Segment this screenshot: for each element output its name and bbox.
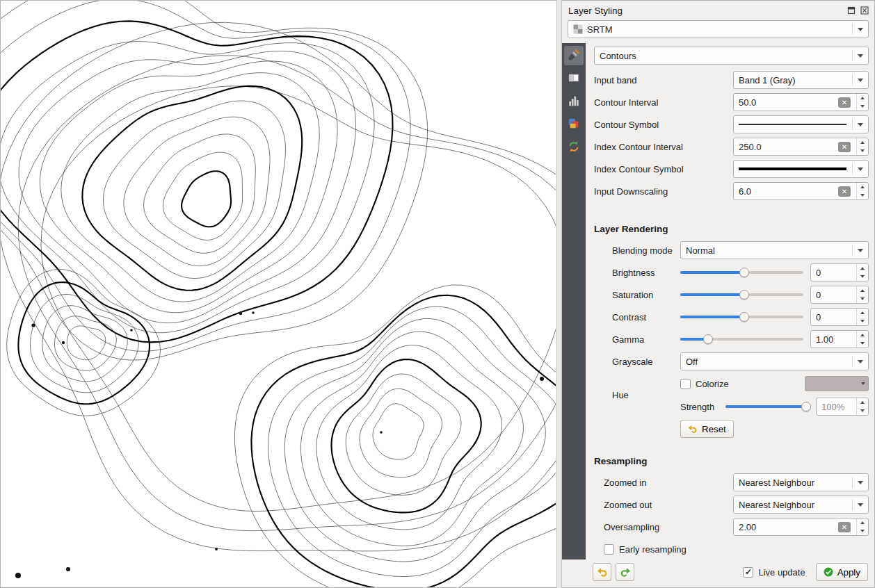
brightness-value: 0 (816, 268, 853, 278)
reset-icon (688, 424, 698, 434)
contour-symbol-button[interactable] (733, 115, 869, 133)
dropdown-arrow-icon (853, 503, 868, 507)
apply-button[interactable]: Apply (816, 563, 868, 581)
clear-value-icon[interactable]: ✕ (838, 142, 851, 152)
live-update-checkbox[interactable] (743, 567, 753, 578)
raster-layer-icon (573, 24, 583, 34)
spin-up-button[interactable] (857, 183, 868, 191)
contrast-slider[interactable] (680, 311, 803, 323)
input-band-label: Input band (594, 75, 733, 85)
dropdown-arrow-icon (853, 360, 868, 364)
saturation-input[interactable]: 0 (810, 286, 869, 304)
reset-button-label: Reset (702, 424, 726, 434)
undo-button[interactable] (593, 563, 611, 581)
clear-value-icon[interactable]: ✕ (838, 522, 851, 532)
spin-up-button[interactable] (857, 94, 868, 102)
colored-layers-icon (568, 117, 580, 132)
index-contour-symbol-button[interactable] (733, 160, 869, 178)
panel-splitter[interactable] (556, 0, 562, 588)
slider-handle[interactable] (703, 334, 713, 344)
tab-rendering[interactable] (564, 115, 584, 134)
input-band-select[interactable]: Band 1 (Gray) (733, 71, 869, 89)
redo-icon (620, 566, 631, 578)
strength-input[interactable]: 100% (816, 398, 869, 416)
spin-up-button[interactable] (857, 331, 868, 339)
histogram-icon (568, 95, 580, 109)
hue-label: Hue (612, 390, 680, 400)
reset-button[interactable]: Reset (680, 420, 734, 438)
spin-up-button[interactable] (857, 518, 868, 527)
spin-down-button[interactable] (857, 102, 868, 111)
map-canvas[interactable] (0, 0, 556, 588)
index-contour-interval-input[interactable]: 250.0 ✕ (733, 138, 869, 156)
spin-down-button[interactable] (857, 147, 868, 155)
brightness-slider[interactable] (680, 266, 803, 279)
spin-up-button[interactable] (857, 286, 868, 295)
tab-symbology[interactable] (564, 46, 584, 65)
spin-down-button[interactable] (857, 295, 868, 303)
spin-down-button[interactable] (857, 339, 868, 348)
strength-value: 100% (821, 402, 853, 412)
clear-value-icon[interactable]: ✕ (838, 97, 851, 108)
grayscale-value: Off (686, 357, 849, 367)
gamma-label: Gamma (612, 334, 680, 345)
index-contour-interval-label: Index Contour Interval (594, 142, 733, 152)
spin-down-button[interactable] (857, 191, 868, 199)
spin-down-button[interactable] (857, 527, 868, 535)
oversampling-label: Oversampling (604, 522, 733, 532)
float-panel-icon[interactable] (846, 6, 856, 15)
spin-up-button[interactable] (857, 309, 868, 317)
spin-down-button[interactable] (857, 407, 868, 415)
contour-interval-label: Contour Interval (594, 97, 733, 108)
grayscale-select[interactable]: Off (680, 352, 869, 370)
panel-header: Layer Styling (562, 1, 874, 19)
zoomed-out-select[interactable]: Nearest Neighbour (733, 496, 869, 514)
slider-handle[interactable] (739, 290, 749, 300)
blending-mode-select[interactable]: Normal (680, 241, 869, 259)
slider-handle[interactable] (739, 312, 749, 322)
close-panel-icon[interactable] (860, 6, 869, 15)
tab-history[interactable] (564, 138, 584, 157)
spin-down-button[interactable] (857, 272, 868, 281)
contour-interval-value: 50.0 (739, 97, 838, 108)
slider-handle[interactable] (801, 402, 811, 411)
oversampling-input[interactable]: 2.00 ✕ (733, 518, 869, 536)
early-resampling-label: Early resampling (619, 544, 687, 555)
contrast-value: 0 (816, 312, 853, 322)
layer-selector[interactable]: SRTM (568, 20, 869, 38)
contrast-input[interactable]: 0 (810, 308, 869, 326)
slider-handle[interactable] (739, 268, 749, 277)
redo-button[interactable] (616, 563, 634, 581)
input-downscaling-input[interactable]: 6.0 ✕ (733, 182, 869, 200)
brightness-input[interactable]: 0 (810, 263, 869, 281)
input-downscaling-value: 6.0 (739, 186, 838, 197)
layer-styling-panel: Layer Styling SRTM (562, 0, 875, 588)
early-resampling-checkbox[interactable] (604, 544, 614, 555)
zoomed-in-select[interactable]: Nearest Neighbour (733, 473, 869, 491)
renderer-selector[interactable]: Contours (594, 47, 869, 65)
undo-icon (597, 566, 608, 578)
spin-up-button[interactable] (857, 138, 868, 147)
gamma-input[interactable]: 1.00 (810, 330, 869, 348)
clear-value-icon[interactable]: ✕ (838, 186, 851, 197)
colorize-checkbox[interactable] (680, 379, 691, 389)
colorize-color-swatch[interactable] (805, 376, 869, 391)
spin-up-button[interactable] (857, 264, 868, 272)
contour-interval-input[interactable]: 50.0 ✕ (733, 93, 869, 111)
spin-down-button[interactable] (857, 317, 868, 325)
brightness-label: Brightness (612, 268, 680, 278)
spin-up-button[interactable] (857, 398, 868, 407)
gamma-slider[interactable] (680, 333, 803, 345)
saturation-slider[interactable] (680, 288, 803, 301)
tab-transparency[interactable] (564, 69, 584, 88)
transparency-icon (568, 72, 580, 86)
thin-line-swatch (739, 116, 849, 133)
index-contour-symbol-label: Index Contour Symbol (594, 164, 733, 174)
tab-histogram[interactable] (564, 92, 584, 111)
styling-content: Contours Input band Band 1 (Gray) Contou… (586, 43, 874, 560)
strength-slider[interactable] (725, 400, 811, 413)
colorize-label: Colorize (696, 379, 729, 389)
grayscale-label: Grayscale (612, 357, 680, 367)
dropdown-arrow-icon (861, 382, 865, 385)
refresh-arrows-icon (568, 140, 580, 155)
